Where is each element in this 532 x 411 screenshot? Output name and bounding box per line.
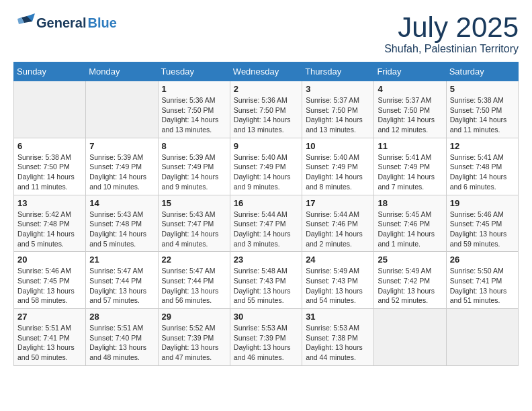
- day-info: Sunrise: 5:49 AM Sunset: 7:42 PM Dayligh…: [378, 266, 442, 306]
- day-info: Sunrise: 5:52 AM Sunset: 7:39 PM Dayligh…: [162, 323, 226, 363]
- day-of-week-header: Sunday: [14, 62, 86, 81]
- day-number: 5: [450, 84, 515, 94]
- day-info: Sunrise: 5:37 AM Sunset: 7:50 PM Dayligh…: [378, 95, 442, 135]
- day-number: 23: [234, 255, 298, 265]
- calendar-cell: 19Sunrise: 5:46 AM Sunset: 7:45 PM Dayli…: [446, 195, 518, 252]
- calendar-cell: 20Sunrise: 5:46 AM Sunset: 7:45 PM Dayli…: [14, 252, 86, 309]
- day-number: 29: [162, 312, 226, 322]
- logo-icon: [13, 13, 35, 32]
- calendar-cell: 29Sunrise: 5:52 AM Sunset: 7:39 PM Dayli…: [158, 309, 230, 366]
- calendar-week-row: 20Sunrise: 5:46 AM Sunset: 7:45 PM Dayli…: [14, 252, 519, 309]
- day-info: Sunrise: 5:38 AM Sunset: 7:50 PM Dayligh…: [17, 152, 82, 192]
- day-number: 31: [306, 312, 370, 322]
- day-info: Sunrise: 5:51 AM Sunset: 7:40 PM Dayligh…: [89, 323, 154, 363]
- day-number: 13: [17, 198, 82, 208]
- day-number: 27: [17, 312, 82, 322]
- day-info: Sunrise: 5:46 AM Sunset: 7:45 PM Dayligh…: [450, 210, 515, 249]
- calendar-cell: [374, 309, 446, 366]
- day-info: Sunrise: 5:44 AM Sunset: 7:46 PM Dayligh…: [306, 210, 370, 249]
- calendar-table: SundayMondayTuesdayWednesdayThursdayFrid…: [13, 62, 519, 366]
- day-info: Sunrise: 5:43 AM Sunset: 7:47 PM Dayligh…: [162, 210, 226, 249]
- day-info: Sunrise: 5:50 AM Sunset: 7:41 PM Dayligh…: [450, 266, 515, 306]
- calendar-cell: 26Sunrise: 5:50 AM Sunset: 7:41 PM Dayli…: [446, 252, 518, 309]
- page-header: GeneralBlue July 2025 Shufah, Palestinia…: [13, 13, 519, 55]
- calendar-cell: 2Sunrise: 5:36 AM Sunset: 7:50 PM Daylig…: [230, 81, 302, 138]
- title-area: July 2025 Shufah, Palestinian Territory: [384, 13, 519, 55]
- logo-general-text: General: [36, 15, 86, 31]
- days-of-week-row: SundayMondayTuesdayWednesdayThursdayFrid…: [14, 62, 519, 81]
- calendar-cell: 4Sunrise: 5:37 AM Sunset: 7:50 PM Daylig…: [374, 81, 446, 138]
- day-info: Sunrise: 5:40 AM Sunset: 7:49 PM Dayligh…: [234, 152, 298, 192]
- day-number: 11: [378, 141, 442, 151]
- day-of-week-header: Saturday: [446, 62, 518, 81]
- day-info: Sunrise: 5:53 AM Sunset: 7:38 PM Dayligh…: [306, 323, 370, 363]
- calendar-cell: 16Sunrise: 5:44 AM Sunset: 7:47 PM Dayli…: [230, 195, 302, 252]
- calendar-cell: 6Sunrise: 5:38 AM Sunset: 7:50 PM Daylig…: [14, 138, 86, 195]
- calendar-cell: [14, 81, 86, 138]
- day-info: Sunrise: 5:39 AM Sunset: 7:49 PM Dayligh…: [89, 152, 154, 192]
- calendar-cell: 25Sunrise: 5:49 AM Sunset: 7:42 PM Dayli…: [374, 252, 446, 309]
- calendar-body: 1Sunrise: 5:36 AM Sunset: 7:50 PM Daylig…: [14, 81, 519, 366]
- day-of-week-header: Tuesday: [158, 62, 230, 81]
- day-number: 21: [89, 255, 154, 265]
- calendar-cell: 18Sunrise: 5:45 AM Sunset: 7:46 PM Dayli…: [374, 195, 446, 252]
- day-info: Sunrise: 5:36 AM Sunset: 7:50 PM Dayligh…: [162, 95, 226, 135]
- day-number: 18: [378, 198, 442, 208]
- day-info: Sunrise: 5:53 AM Sunset: 7:39 PM Dayligh…: [234, 323, 298, 363]
- day-of-week-header: Wednesday: [230, 62, 302, 81]
- day-info: Sunrise: 5:38 AM Sunset: 7:50 PM Dayligh…: [450, 95, 515, 135]
- day-number: 3: [306, 84, 370, 94]
- day-info: Sunrise: 5:39 AM Sunset: 7:49 PM Dayligh…: [162, 152, 226, 192]
- calendar-cell: 11Sunrise: 5:41 AM Sunset: 7:49 PM Dayli…: [374, 138, 446, 195]
- calendar-cell: 9Sunrise: 5:40 AM Sunset: 7:49 PM Daylig…: [230, 138, 302, 195]
- day-info: Sunrise: 5:45 AM Sunset: 7:46 PM Dayligh…: [378, 210, 442, 249]
- day-number: 6: [17, 141, 82, 151]
- calendar-week-row: 1Sunrise: 5:36 AM Sunset: 7:50 PM Daylig…: [14, 81, 519, 138]
- day-info: Sunrise: 5:49 AM Sunset: 7:43 PM Dayligh…: [306, 266, 370, 306]
- calendar-cell: 21Sunrise: 5:47 AM Sunset: 7:44 PM Dayli…: [86, 252, 158, 309]
- calendar-cell: 24Sunrise: 5:49 AM Sunset: 7:43 PM Dayli…: [302, 252, 374, 309]
- day-number: 10: [306, 141, 370, 151]
- calendar-cell: 30Sunrise: 5:53 AM Sunset: 7:39 PM Dayli…: [230, 309, 302, 366]
- day-of-week-header: Friday: [374, 62, 446, 81]
- calendar-cell: 23Sunrise: 5:48 AM Sunset: 7:43 PM Dayli…: [230, 252, 302, 309]
- day-number: 9: [234, 141, 298, 151]
- day-info: Sunrise: 5:46 AM Sunset: 7:45 PM Dayligh…: [17, 266, 82, 306]
- calendar-cell: 10Sunrise: 5:40 AM Sunset: 7:49 PM Dayli…: [302, 138, 374, 195]
- day-of-week-header: Monday: [86, 62, 158, 81]
- day-info: Sunrise: 5:51 AM Sunset: 7:41 PM Dayligh…: [17, 323, 82, 363]
- calendar-cell: 1Sunrise: 5:36 AM Sunset: 7:50 PM Daylig…: [158, 81, 230, 138]
- day-number: 15: [162, 198, 226, 208]
- day-number: 20: [17, 255, 82, 265]
- location-subtitle: Shufah, Palestinian Territory: [384, 43, 519, 55]
- calendar-cell: 27Sunrise: 5:51 AM Sunset: 7:41 PM Dayli…: [14, 309, 86, 366]
- calendar-cell: 15Sunrise: 5:43 AM Sunset: 7:47 PM Dayli…: [158, 195, 230, 252]
- calendar-cell: 12Sunrise: 5:41 AM Sunset: 7:48 PM Dayli…: [446, 138, 518, 195]
- day-info: Sunrise: 5:40 AM Sunset: 7:49 PM Dayligh…: [306, 152, 370, 192]
- day-number: 22: [162, 255, 226, 265]
- calendar-header: SundayMondayTuesdayWednesdayThursdayFrid…: [14, 62, 519, 81]
- day-number: 25: [378, 255, 442, 265]
- day-info: Sunrise: 5:43 AM Sunset: 7:48 PM Dayligh…: [89, 210, 154, 249]
- day-number: 17: [306, 198, 370, 208]
- day-number: 1: [162, 84, 226, 94]
- day-number: 12: [450, 141, 515, 151]
- day-info: Sunrise: 5:36 AM Sunset: 7:50 PM Dayligh…: [234, 95, 298, 135]
- calendar-cell: 7Sunrise: 5:39 AM Sunset: 7:49 PM Daylig…: [86, 138, 158, 195]
- day-info: Sunrise: 5:41 AM Sunset: 7:48 PM Dayligh…: [450, 152, 515, 192]
- day-number: 16: [234, 198, 298, 208]
- calendar-cell: 28Sunrise: 5:51 AM Sunset: 7:40 PM Dayli…: [86, 309, 158, 366]
- day-info: Sunrise: 5:48 AM Sunset: 7:43 PM Dayligh…: [234, 266, 298, 306]
- day-number: 28: [89, 312, 154, 322]
- calendar-cell: 5Sunrise: 5:38 AM Sunset: 7:50 PM Daylig…: [446, 81, 518, 138]
- day-number: 30: [234, 312, 298, 322]
- calendar-cell: 17Sunrise: 5:44 AM Sunset: 7:46 PM Dayli…: [302, 195, 374, 252]
- calendar-cell: [86, 81, 158, 138]
- day-number: 14: [89, 198, 154, 208]
- day-info: Sunrise: 5:44 AM Sunset: 7:47 PM Dayligh…: [234, 210, 298, 249]
- month-year-title: July 2025: [384, 13, 519, 42]
- day-number: 4: [378, 84, 442, 94]
- day-number: 19: [450, 198, 515, 208]
- day-number: 7: [89, 141, 154, 151]
- calendar-cell: 22Sunrise: 5:47 AM Sunset: 7:44 PM Dayli…: [158, 252, 230, 309]
